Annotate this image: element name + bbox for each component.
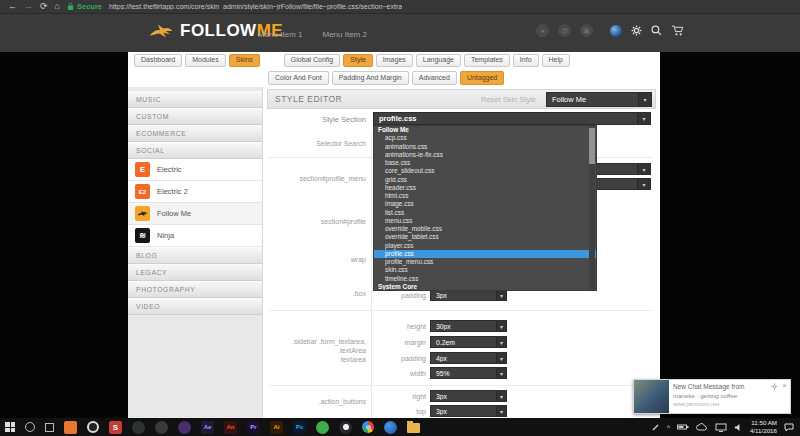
dropdown-item[interactable]: animations.css (374, 143, 596, 151)
tab-untagged[interactable]: Untagged (460, 71, 504, 84)
camera-app-icon[interactable] (132, 421, 145, 434)
sidebar-group-photography[interactable]: PHOTOGRAPHY (128, 281, 262, 298)
height-select[interactable]: 30px ▾ (430, 320, 507, 332)
chat-notification-toast[interactable]: New Chat Message from maneke : getting c… (633, 379, 791, 414)
action-center-icon[interactable] (784, 422, 794, 432)
dropdown-item[interactable]: header.css (374, 184, 596, 192)
dropdown-item[interactable]: acp.css (374, 134, 596, 142)
toast-settings-icon[interactable] (771, 383, 778, 390)
dropdown-item[interactable]: override_mobile.css (374, 225, 596, 233)
sidebar-item-electric[interactable]: E Electric (128, 159, 262, 181)
hidden-icons-chevron[interactable]: ^ (667, 424, 670, 431)
taskbar-clock[interactable]: 11:50 AM 4/11/2016 (750, 419, 777, 436)
dropdown-item[interactable]: skin.css (374, 266, 596, 274)
battery-icon[interactable] (677, 424, 689, 430)
github-icon[interactable] (339, 421, 352, 434)
tab-info[interactable]: Info (513, 54, 539, 67)
tab-advanced[interactable]: Advanced (412, 71, 457, 84)
chrome-icon[interactable] (362, 421, 374, 433)
style-section-select[interactable]: profile.css ▾ (373, 112, 651, 125)
tab-skins[interactable]: Skins (229, 54, 260, 67)
back-icon[interactable]: ← (8, 2, 17, 11)
menu-item-1[interactable]: Menu Item 1 (258, 30, 302, 39)
adobe-premiere-icon[interactable]: Pr (247, 421, 260, 434)
search-icon[interactable] (651, 25, 662, 36)
dropdown-item[interactable]: core_slideout.css (374, 167, 596, 175)
home-icon[interactable]: ⌂ (55, 2, 60, 11)
dropdown-item[interactable]: profile_menu.css (374, 258, 596, 266)
dropdown-item-selected[interactable]: profile.css (374, 250, 596, 258)
sidebar-group-social[interactable]: SOCIAL (128, 142, 262, 159)
tab-padding-and-margin[interactable]: Padding And Margin (332, 71, 409, 84)
blue-app-icon[interactable] (384, 421, 397, 434)
network-display-icon[interactable] (715, 423, 727, 432)
record-app-icon[interactable] (87, 421, 99, 433)
adobe-photoshop-icon[interactable]: Ps (293, 421, 306, 434)
tab-style[interactable]: Style (343, 54, 373, 67)
margin-select[interactable]: 0.2em ▾ (430, 336, 507, 348)
menu-item-2[interactable]: Menu Item 2 (322, 30, 366, 39)
task-view-icon[interactable] (45, 423, 54, 432)
reset-skin-style-button[interactable]: Reset Skin Style (481, 95, 536, 104)
chat-app-icon[interactable] (316, 421, 329, 434)
adobe-animate-icon[interactable]: An (224, 421, 237, 434)
url-field[interactable]: https://test.theflirtapp.com/core/skin_a… (109, 3, 402, 10)
dropdown-scrollbar[interactable] (589, 127, 595, 289)
dropdown-item[interactable]: base.css (374, 159, 596, 167)
top-select[interactable]: 3px ▾ (430, 405, 507, 417)
sidebar-group-ecommerce[interactable]: ECOMMERCE (128, 125, 262, 142)
pen-icon[interactable] (652, 423, 660, 431)
sidebar-item-electric-2[interactable]: E2 Electric 2 (128, 181, 262, 203)
start-button[interactable] (5, 422, 15, 432)
dropdown-item[interactable]: image.css (374, 200, 596, 208)
sidebar-item-follow-me[interactable]: Follow Me (128, 203, 262, 225)
tab-language[interactable]: Language (416, 54, 461, 67)
right-select[interactable]: 3px ▾ (430, 390, 507, 402)
camera-circle-icon[interactable]: ▣ (580, 24, 593, 37)
dropdown-item[interactable]: player.css (374, 242, 596, 250)
sublime-icon[interactable]: S (109, 421, 122, 434)
tab-images[interactable]: Images (376, 54, 413, 67)
tab-color-and-font[interactable]: Color And Font (268, 71, 329, 84)
dropdown-item[interactable]: grid.css (374, 176, 596, 184)
cortana-search-icon[interactable] (25, 422, 35, 432)
app-orange-icon[interactable] (64, 421, 77, 434)
cart-icon[interactable] (671, 25, 684, 36)
padding-select[interactable]: 4px ▾ (430, 352, 507, 364)
sidebar-group-video[interactable]: VIDEO (128, 298, 262, 315)
sidebar-group-blog[interactable]: BLOG (128, 247, 262, 264)
onedrive-cloud-icon[interactable] (696, 423, 708, 431)
security-chip[interactable]: Secure (67, 2, 102, 11)
sidebar-group-custom[interactable]: CUSTOM (128, 108, 262, 125)
forward-icon[interactable]: → (24, 2, 33, 11)
mentions-icon[interactable]: @ (558, 24, 571, 37)
dropdown-scrollbar-thumb[interactable] (589, 128, 595, 164)
file-explorer-icon[interactable] (407, 423, 420, 433)
speaker-icon[interactable] (734, 423, 743, 432)
tab-dashboard[interactable]: Dashboard (134, 54, 182, 67)
tab-modules[interactable]: Modules (185, 54, 225, 67)
skin-select[interactable]: Follow Me ▾ (546, 92, 652, 107)
dropdown-item[interactable]: override_tablet.css (374, 233, 596, 241)
dropdown-item[interactable]: html.css (374, 192, 596, 200)
adobe-after-effects-icon[interactable]: Ae (201, 421, 214, 434)
tab-global-config[interactable]: Global Config (284, 54, 340, 67)
adobe-illustrator-icon[interactable]: Ai (270, 421, 283, 434)
toast-close-icon[interactable]: × (782, 382, 787, 390)
media-app-icon[interactable] (155, 421, 168, 434)
globe-icon[interactable] (610, 25, 622, 37)
tab-help[interactable]: Help (542, 54, 570, 67)
width-select[interactable]: 95% ▾ (430, 367, 507, 379)
dropdown-item[interactable]: timeline.css (374, 275, 596, 283)
dropdown-item[interactable]: menu.css (374, 217, 596, 225)
sidebar-group-music[interactable]: MUSIC (128, 91, 262, 108)
dropdown-item[interactable]: list.css (374, 209, 596, 217)
user-circle-icon[interactable]: ● (536, 24, 549, 37)
music-app-icon[interactable] (178, 421, 191, 434)
gear-icon[interactable] (631, 25, 642, 36)
refresh-icon[interactable]: ⟳ (40, 2, 48, 11)
sidebar-group-legacy[interactable]: LEGACY (128, 264, 262, 281)
tab-templates[interactable]: Templates (464, 54, 510, 67)
sidebar-item-ninja[interactable]: ≋ Ninja (128, 225, 262, 247)
dropdown-item[interactable]: animations-ie-fix.css (374, 151, 596, 159)
